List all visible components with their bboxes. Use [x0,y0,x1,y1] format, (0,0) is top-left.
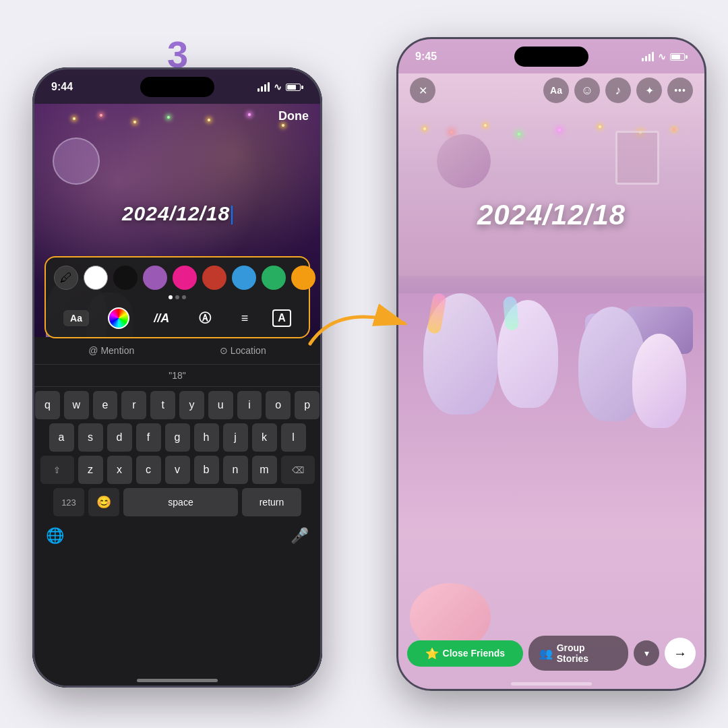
key-s[interactable]: s [78,423,103,452]
close-story-button[interactable]: ✕ [410,78,435,103]
color-yellow[interactable] [291,266,315,290]
story-bottom-bar: ⭐ Close Friends 👥 Group Stories ▾ → [396,636,706,671]
key-space[interactable]: space [123,488,238,516]
predictive-bar: "18" [32,365,322,387]
phone-left: 9:44 ∿ Done 2024/12/18 [32,67,322,688]
wifi-icon-right: ∿ [658,51,666,62]
eyedropper-tool[interactable]: 🖊 [54,266,78,290]
key-x[interactable]: x [107,456,132,484]
keyboard-row-bottom: 123 😊 space return [35,488,320,516]
key-m[interactable]: m [252,456,277,484]
color-swatches: 🖊 [54,266,301,290]
background-btn[interactable]: A [272,309,291,327]
key-t[interactable]: t [150,391,175,419]
key-q[interactable]: q [35,391,60,419]
wifi-icon-left: ∿ [274,82,282,92]
key-l[interactable]: l [281,423,306,452]
key-emoji[interactable]: 😊 [88,488,119,516]
key-g[interactable]: g [165,423,190,452]
font-style-btn[interactable]: Aa [63,310,89,326]
color-purple[interactable] [143,266,167,290]
keyboard: q w e r t y u i o p a s d f g [32,387,322,524]
key-c[interactable]: c [136,456,161,484]
key-f[interactable]: f [136,423,161,452]
key-v[interactable]: v [165,456,190,484]
story-toolbar: ✕ Aa ☺ ♪ ✦ ••• [396,78,706,103]
text-format-bar: Aa //A Ⓐ ≡ A [54,305,301,329]
key-b[interactable]: b [194,456,219,484]
bed-area [396,293,706,691]
more-options-button[interactable]: ••• [667,78,693,103]
key-u[interactable]: u [208,391,233,419]
color-pink[interactable] [173,266,197,290]
arrow-indicator [297,290,431,357]
home-indicator-left [137,679,218,682]
key-shift[interactable]: ⇧ [40,456,74,484]
key-y[interactable]: y [179,391,204,419]
key-return[interactable]: return [242,488,301,516]
key-p[interactable]: p [295,391,320,419]
key-r[interactable]: r [121,391,146,419]
text-tool-button[interactable]: Aa [543,78,569,103]
mention-location-bar: @ Mention ⊙ Location [32,337,322,365]
key-delete[interactable]: ⌫ [281,456,315,484]
italic-btn[interactable]: //A [148,309,175,328]
send-button[interactable]: → [665,638,696,669]
key-z[interactable]: z [78,456,103,484]
status-time-left: 9:44 [51,81,73,93]
key-123[interactable]: 123 [53,488,84,516]
color-white[interactable] [84,266,108,290]
date-text-right: 2024/12/18 [396,199,706,231]
phone-right: 9:45 ∿ ✕ Aa [396,37,706,691]
key-k[interactable]: k [252,423,277,452]
signal-icon-right [642,52,654,61]
key-d[interactable]: d [107,423,132,452]
key-a[interactable]: a [49,423,74,452]
mention-btn[interactable]: @ Mention [88,345,134,356]
effects-button[interactable]: ✦ [636,78,662,103]
color-black[interactable] [113,266,138,290]
color-blue[interactable] [232,266,256,290]
key-n[interactable]: n [223,456,248,484]
key-w[interactable]: w [64,391,89,419]
key-o[interactable]: o [266,391,291,419]
battery-icon-left [286,84,303,91]
group-stories-button[interactable]: 👥 Group Stories [528,636,628,671]
status-time-right: 9:45 [415,51,437,63]
signal-icon-left [257,82,270,92]
key-e[interactable]: e [93,391,118,419]
dynamic-island-right [514,47,588,67]
keyboard-row-3: ⇧ z x c v b n m ⌫ [35,456,320,484]
keyboard-area: @ Mention ⊙ Location "18" q w e r t y u … [32,337,322,688]
battery-icon-right [670,53,688,61]
close-friends-button[interactable]: ⭐ Close Friends [407,640,523,667]
date-text-left: 2024/12/18 [32,202,322,225]
color-red[interactable] [202,266,226,290]
keyboard-row-2: a s d f g h j k l [35,423,320,452]
color-toolbar: 🖊 Aa //A Ⓐ ≡ A [44,256,310,338]
music-button[interactable]: ♪ [605,78,631,103]
home-indicator-right [511,682,592,686]
key-j[interactable]: j [223,423,248,452]
key-i[interactable]: i [237,391,262,419]
align-btn[interactable]: ≡ [236,309,254,328]
key-h[interactable]: h [194,423,219,452]
color-green[interactable] [262,266,286,290]
globe-icon[interactable]: 🌐 [46,527,64,545]
chevron-button[interactable]: ▾ [634,640,659,666]
done-button[interactable]: Done [278,109,309,123]
sticker-button[interactable]: ☺ [574,78,600,103]
mic-icon[interactable]: 🎤 [291,527,309,545]
keyboard-row-1: q w e r t y u i o p [35,391,320,419]
location-btn[interactable]: ⊙ Location [220,345,266,356]
dynamic-island-left [140,77,214,97]
color-wheel[interactable] [108,307,129,329]
outline-btn[interactable]: Ⓐ [193,307,216,329]
